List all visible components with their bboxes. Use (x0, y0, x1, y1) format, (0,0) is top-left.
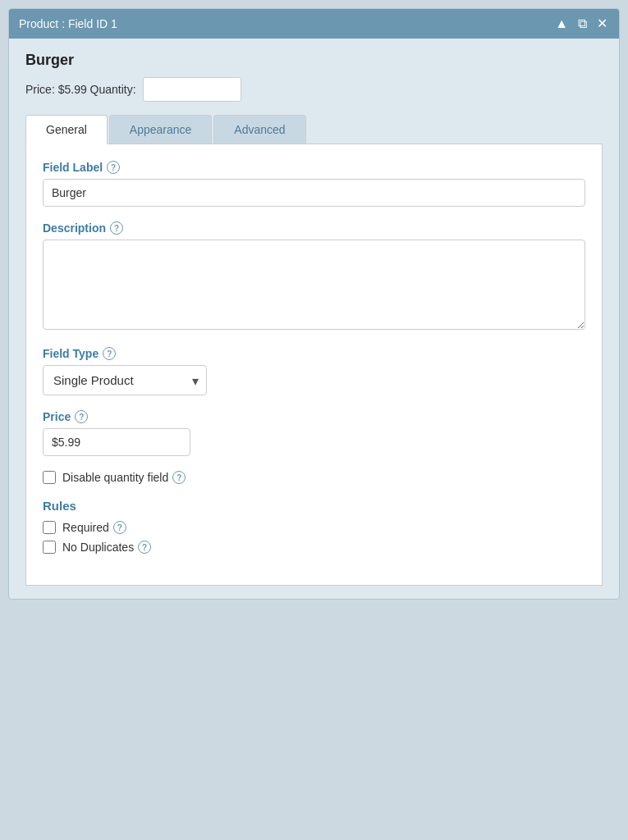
rules-group: Rules Required ? No Duplicates (43, 499, 585, 554)
disable-quantity-label: Disable quantity field ? (62, 471, 186, 484)
required-label: Required ? (62, 521, 126, 534)
widget-container: Product : Field ID 1 ▲ ⧉ ✕ Burger Price:… (8, 8, 620, 600)
tab-content-general: Field Label ? Description ? (25, 144, 603, 586)
product-name: Burger (25, 52, 603, 69)
field-type-select-wrapper: Single Product Product Checkboxes Produc… (43, 365, 207, 395)
price-heading: Price ? (43, 410, 585, 423)
close-button[interactable]: ✕ (595, 16, 609, 32)
field-type-heading: Field Type ? (43, 347, 585, 360)
required-row: Required ? (43, 521, 585, 534)
price-input-wrapper (43, 428, 190, 456)
description-textarea[interactable] (43, 240, 585, 330)
description-heading: Description ? (43, 221, 585, 235)
copy-icon: ⧉ (578, 17, 587, 30)
collapse-icon: ▲ (555, 17, 568, 30)
field-type-select[interactable]: Single Product Product Checkboxes Produc… (43, 365, 207, 395)
price-quantity-label: Price: $5.99 Quantity: (25, 83, 136, 96)
tabs-wrapper: General Appearance Advanced (25, 115, 603, 144)
required-help-icon[interactable]: ? (113, 521, 126, 534)
rules-label: Rules (43, 499, 585, 513)
disable-quantity-checkbox[interactable] (43, 471, 56, 484)
collapse-button[interactable]: ▲ (553, 16, 570, 32)
description-group: Description ? (43, 221, 585, 332)
price-help-icon[interactable]: ? (75, 410, 88, 423)
price-quantity-row: Price: $5.99 Quantity: (25, 77, 603, 102)
disable-quantity-help-icon[interactable]: ? (172, 471, 186, 484)
quantity-input[interactable] (143, 77, 241, 102)
price-input[interactable] (43, 428, 190, 456)
tab-appearance[interactable]: Appearance (109, 115, 213, 144)
widget-header: Product : Field ID 1 ▲ ⧉ ✕ (9, 9, 619, 39)
disable-quantity-row: Disable quantity field ? (43, 471, 585, 484)
field-label-help-icon[interactable]: ? (107, 161, 120, 174)
no-duplicates-label: No Duplicates ? (62, 541, 151, 554)
required-checkbox[interactable] (43, 521, 56, 534)
field-label-input[interactable] (43, 179, 585, 207)
no-duplicates-row: No Duplicates ? (43, 541, 585, 554)
price-group: Price ? (43, 410, 585, 456)
disable-quantity-group: Disable quantity field ? (43, 471, 585, 484)
tab-advanced[interactable]: Advanced (213, 115, 305, 144)
no-duplicates-checkbox[interactable] (43, 541, 56, 554)
close-icon: ✕ (597, 17, 607, 30)
field-label-group: Field Label ? (43, 161, 585, 207)
copy-button[interactable]: ⧉ (576, 16, 589, 32)
description-help-icon[interactable]: ? (110, 221, 123, 235)
header-controls: ▲ ⧉ ✕ (553, 16, 609, 32)
widget-body: Burger Price: $5.99 Quantity: General Ap… (9, 39, 619, 599)
no-duplicates-help-icon[interactable]: ? (138, 541, 151, 554)
field-label-heading: Field Label ? (43, 161, 585, 174)
field-type-help-icon[interactable]: ? (103, 347, 116, 360)
field-type-group: Field Type ? Single Product Product Chec… (43, 347, 585, 395)
tab-general[interactable]: General (25, 115, 108, 144)
widget-title: Product : Field ID 1 (19, 17, 117, 30)
